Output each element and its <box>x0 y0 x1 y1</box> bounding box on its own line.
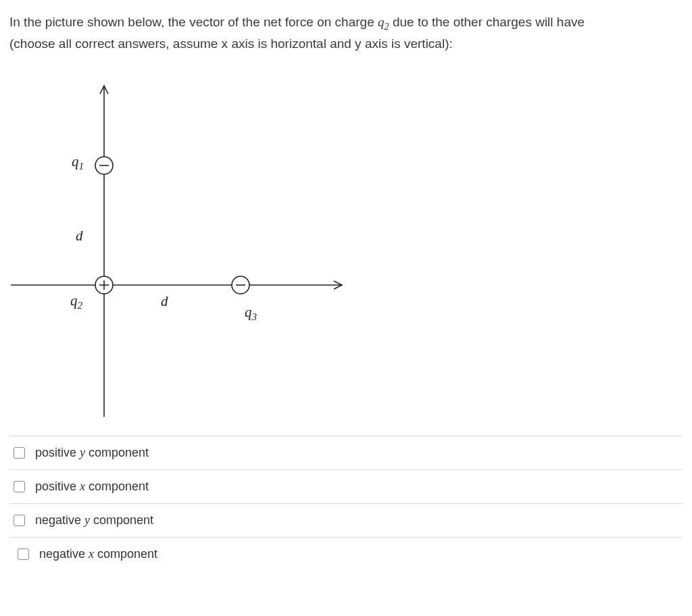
answer-4-var: x <box>89 547 94 561</box>
question-line1b: due to the other charges will have <box>389 15 585 29</box>
label-q1: q1 <box>72 153 84 172</box>
answer-2-pre: positive <box>35 480 80 493</box>
answer-4-post: component <box>94 547 157 561</box>
symbol-q: q <box>378 15 385 29</box>
answer-option-1[interactable]: positive y component <box>9 436 683 469</box>
question-line1a: In the picture shown below, the vector o… <box>9 15 378 29</box>
label-q1-sym: q <box>72 153 79 170</box>
label-d-upper: d <box>76 228 83 245</box>
symbol-q-sub: 2 <box>385 21 389 32</box>
question-line2: (choose all correct answers, assume x ax… <box>9 36 453 51</box>
answer-list: positive y component positive x componen… <box>9 436 683 571</box>
answer-option-2[interactable]: positive x component <box>9 469 683 503</box>
answer-2-post: component <box>85 480 149 493</box>
answer-4-pre: negative <box>39 547 89 561</box>
label-q3: q3 <box>245 304 257 323</box>
label-q3-sym: q <box>245 304 252 320</box>
diagram-svg <box>3 59 354 424</box>
answer-option-3[interactable]: negative y component <box>9 503 683 537</box>
answer-text-4: negative x component <box>39 547 157 561</box>
label-q2-sym: q <box>70 292 78 309</box>
diagram: q1 d q2 d q3 <box>3 59 354 424</box>
question-prompt: In the picture shown below, the vector o… <box>9 12 683 53</box>
checkbox-4[interactable] <box>18 548 29 560</box>
answer-3-post: component <box>90 513 153 527</box>
answer-1-pre: positive <box>35 446 80 459</box>
answer-2-var: x <box>80 480 85 493</box>
label-q2: q2 <box>70 292 82 311</box>
label-q3-sub: 3 <box>252 312 257 323</box>
label-d-right: d <box>161 293 168 310</box>
checkbox-1[interactable] <box>14 447 25 459</box>
checkbox-2[interactable] <box>14 481 25 492</box>
answer-3-pre: negative <box>35 513 84 527</box>
answer-3-var: y <box>84 513 90 527</box>
label-q1-sub: 1 <box>79 161 84 172</box>
answer-1-var: y <box>80 446 85 459</box>
answer-text-1: positive y component <box>35 446 149 460</box>
answer-1-post: component <box>85 446 149 459</box>
answer-option-4[interactable]: negative x component <box>9 537 683 571</box>
label-q2-sub: 2 <box>78 301 83 311</box>
answer-text-2: positive x component <box>35 480 149 494</box>
answer-text-3: negative y component <box>35 513 153 528</box>
checkbox-3[interactable] <box>14 515 25 526</box>
